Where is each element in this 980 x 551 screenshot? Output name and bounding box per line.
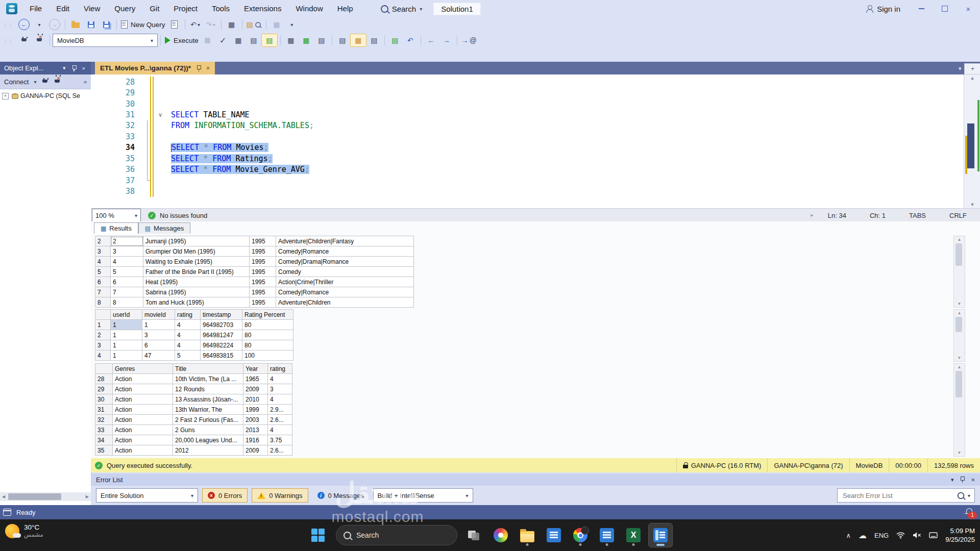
grid-cell[interactable]: 1965 (243, 374, 268, 384)
grid-header[interactable]: timestamp (201, 310, 242, 320)
warnings-filter-button[interactable]: ! 0 Warnings (252, 488, 308, 503)
row-header[interactable]: 1 (95, 320, 111, 330)
grid-cell[interactable]: 5 (175, 350, 201, 361)
build-combobox[interactable]: Build + IntelliSense ▾ (373, 488, 473, 503)
grid-cell[interactable]: 4 (111, 257, 143, 267)
database-combobox[interactable]: MovieDB ▾ (53, 34, 158, 47)
onedrive-icon[interactable]: ☁ (859, 531, 867, 540)
grid-cell[interactable]: 2.6... (268, 415, 292, 425)
window-position-icon[interactable]: ▾ (951, 477, 954, 483)
code-line[interactable]: 38 (91, 186, 964, 196)
task-view-taskbar-button[interactable] (462, 523, 486, 547)
menu-project[interactable]: Project (166, 0, 205, 17)
navigate-forward-button[interactable]: → (47, 18, 62, 31)
query-options-button[interactable]: ▤ (246, 34, 261, 46)
execute-button[interactable]: Execute (163, 34, 200, 46)
ssms-taskbar-button[interactable] (648, 523, 673, 547)
grid-cell[interactable]: Heat (1995) (143, 277, 250, 287)
errors-filter-button[interactable]: × 0 Errors (202, 488, 248, 503)
scrollbar-thumb[interactable] (955, 371, 962, 397)
hidden-icons-chevron[interactable]: ∧ (846, 532, 851, 539)
grid-cell[interactable]: 1995 (250, 257, 276, 267)
scroll-down-icon[interactable]: ▼ (964, 202, 980, 207)
code-line[interactable]: 34SELECT * FROM Movies; (91, 142, 964, 153)
connect-icon[interactable] (41, 78, 48, 85)
touch-keyboard-icon[interactable] (929, 532, 938, 539)
pin-icon[interactable] (71, 65, 77, 71)
grid-cell[interactable]: Action (113, 394, 173, 405)
back-dropdown[interactable]: ▾ (32, 18, 47, 31)
grid-cell[interactable]: Action (113, 374, 173, 384)
row-header[interactable]: 7 (95, 287, 111, 297)
grid-cell[interactable]: 5 (111, 267, 143, 277)
grid2-scrollbar[interactable]: ▲▼ (953, 309, 965, 362)
grid-cell[interactable]: 47 (142, 350, 175, 361)
solution-name[interactable]: Solution1 (433, 3, 481, 15)
grid-cell[interactable]: 1995 (250, 277, 276, 287)
grid-header[interactable]: rating (175, 310, 201, 320)
grid-cell[interactable]: 964982703 (201, 320, 242, 330)
object-explorer-header[interactable]: Object Expl... ▾ × (0, 62, 91, 74)
connect-button[interactable]: Connect (4, 78, 29, 86)
specify-values-button[interactable]: →@ (460, 34, 478, 46)
grid-cell[interactable]: 964981247 (201, 330, 242, 340)
code-line[interactable]: 37 (91, 175, 964, 186)
row-header[interactable]: 3 (95, 246, 111, 257)
grid-cell[interactable]: 4 (268, 374, 292, 384)
live-query-stats-button[interactable]: ▦ (299, 34, 314, 46)
grid-cell[interactable]: 2012 (173, 445, 243, 456)
grid-cell[interactable]: 20,000 Leagues Und... (173, 435, 243, 445)
save-all-button[interactable] (99, 18, 114, 31)
tab-list-icon[interactable]: ▾ (959, 65, 962, 72)
grid-cell[interactable]: 1 (111, 330, 142, 340)
scroll-left-icon[interactable]: ◀ (0, 494, 7, 499)
scrollbar-thumb[interactable] (967, 123, 974, 168)
grid-cell[interactable]: 4 (268, 425, 292, 435)
scrollbar-thumb[interactable] (955, 317, 962, 332)
weather-widget[interactable]: 30°C مشمس (5, 523, 43, 538)
grid-cell[interactable]: 964982224 (201, 340, 242, 350)
grid-cell[interactable]: 3.75 (268, 435, 292, 445)
menu-view[interactable]: View (77, 0, 107, 17)
row-header[interactable]: 34 (95, 435, 113, 445)
uncomment-button[interactable]: ↶ (403, 34, 418, 46)
grid-cell[interactable]: 8 (111, 297, 143, 308)
scrollbar-thumb[interactable] (955, 243, 962, 266)
code-line[interactable]: 35SELECT * FROM Ratings; (91, 153, 964, 164)
grid-cell[interactable]: 80 (242, 330, 293, 340)
grid1-scrollbar[interactable]: ▲▼ (953, 236, 965, 308)
grid-cell[interactable]: 1 (111, 350, 142, 361)
sign-in-button[interactable]: Sign in (856, 5, 910, 13)
menu-git[interactable]: Git (142, 0, 166, 17)
row-header[interactable]: 8 (95, 297, 111, 308)
grid-cell[interactable]: Comedy|Romance (276, 287, 414, 297)
close-icon[interactable]: × (81, 65, 87, 71)
tab-messages[interactable]: ▤ Messages (138, 222, 191, 234)
close-icon[interactable]: × (206, 65, 210, 72)
file-explorer-taskbar-button[interactable] (516, 523, 539, 547)
sql-editor[interactable]: 28293031∨SELECT TABLE_NAME32FROM INFORMA… (91, 74, 964, 208)
titlebar-search[interactable]: Search ▾ (375, 5, 429, 13)
grid-cell[interactable]: 1 (111, 340, 142, 350)
scroll-up-icon[interactable]: ▲ (964, 76, 980, 81)
grid-cell[interactable]: 100 (242, 350, 293, 361)
toolbar-grip[interactable]: ⋮⋮ (3, 38, 13, 43)
grid-cell[interactable]: 4 (175, 340, 201, 350)
scroll-right-icon[interactable]: ▶ (84, 494, 91, 499)
navigate-back-button[interactable]: ← (16, 18, 32, 31)
row-header[interactable]: 35 (95, 445, 113, 456)
row-header[interactable]: 6 (95, 277, 111, 287)
code-line[interactable]: 36SELECT * FROM Movie_Genre_AVG; (91, 164, 964, 175)
grid-cell[interactable]: 964983815 (201, 350, 242, 361)
zoom-combobox[interactable]: 100 % ▾ (92, 209, 141, 222)
menu-extensions[interactable]: Extensions (237, 0, 288, 17)
scrollbar-thumb[interactable] (8, 493, 61, 500)
grid-cell[interactable]: Adventure|Children|Fantasy (276, 236, 414, 246)
grid-cell[interactable]: 2 (111, 236, 143, 246)
row-header[interactable]: 32 (95, 415, 113, 425)
grid-cell[interactable]: 1995 (250, 297, 276, 308)
row-header[interactable]: 4 (95, 257, 111, 267)
grid-cell[interactable]: 1995 (250, 267, 276, 277)
expand-icon[interactable]: + (2, 93, 9, 99)
wifi-icon[interactable] (896, 532, 905, 539)
